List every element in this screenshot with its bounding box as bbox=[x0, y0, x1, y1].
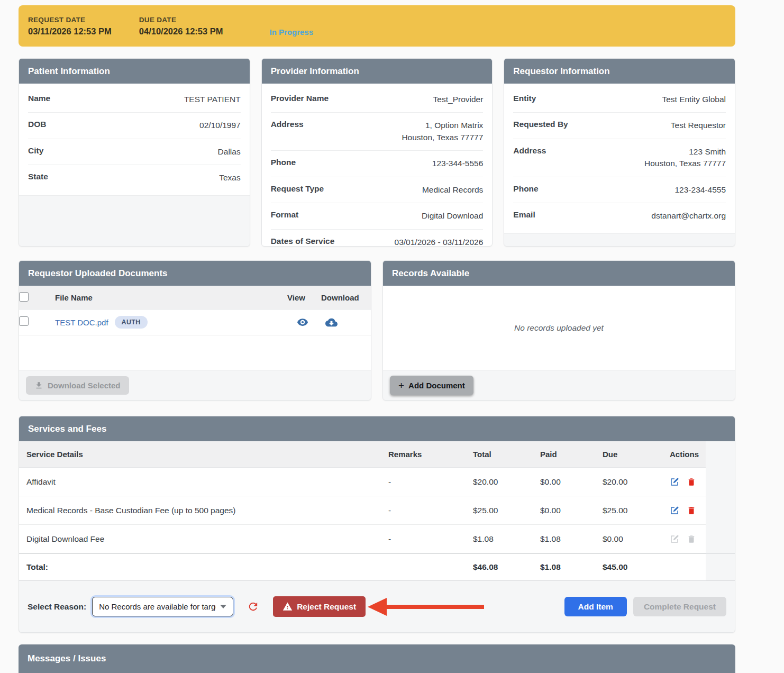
col-download: Download bbox=[318, 293, 371, 302]
field-label: Name bbox=[28, 94, 50, 103]
services-and-fees-title: Services and Fees bbox=[19, 416, 735, 441]
service-paid: $0.00 bbox=[531, 506, 593, 515]
selected-reason-text: No Records are available for target ... bbox=[99, 602, 216, 611]
info-row: Address 123 Smith Houston, Texas 77777 bbox=[513, 139, 726, 177]
warning-icon bbox=[282, 602, 293, 612]
delete-service-button[interactable] bbox=[687, 477, 696, 487]
info-row: Provider Name Test_Provider bbox=[271, 87, 484, 113]
provider-information-title: Provider Information bbox=[262, 59, 493, 84]
complete-request-button[interactable]: Complete Request bbox=[633, 597, 726, 616]
service-total: $25.00 bbox=[463, 506, 531, 515]
trash-icon bbox=[687, 477, 696, 487]
messages-issues-header: Messages / Issues bbox=[19, 644, 735, 673]
field-value: 03/01/2026 - 03/11/2026 bbox=[395, 237, 484, 247]
field-value: dstanart@chartx.org bbox=[651, 210, 726, 222]
service-row: Affidavit - $20.00 $0.00 $20.00 bbox=[19, 468, 706, 496]
info-row: Name TEST PATIENT bbox=[28, 87, 241, 113]
field-value: 123-234-4555 bbox=[674, 184, 726, 196]
add-document-button[interactable]: + Add Document bbox=[390, 376, 473, 395]
field-label: Request Type bbox=[271, 184, 324, 194]
download-icon bbox=[34, 381, 43, 390]
records-available-title: Records Available bbox=[383, 261, 735, 286]
field-label: Dates of Service bbox=[271, 237, 335, 246]
edit-service-button[interactable] bbox=[670, 477, 679, 487]
info-row: Requested By Test Requestor bbox=[513, 113, 726, 139]
info-row: City Dallas bbox=[28, 139, 241, 165]
requestor-information-card: Requestor Information Entity Test Entity… bbox=[504, 58, 735, 247]
field-value: 123-344-5556 bbox=[432, 158, 484, 169]
eye-icon bbox=[297, 316, 308, 328]
field-value: Digital Download bbox=[422, 210, 483, 222]
due-amount: $45.00 bbox=[593, 562, 660, 572]
info-row: Email dstanart@chartx.org bbox=[513, 203, 726, 229]
delete-service-button[interactable] bbox=[687, 506, 696, 515]
info-row: Phone 123-344-5556 bbox=[271, 151, 484, 177]
provider-information-card: Provider Information Provider Name Test_… bbox=[261, 58, 493, 247]
requestor-information-title: Requestor Information bbox=[504, 59, 735, 84]
file-checkbox[interactable] bbox=[19, 316, 29, 326]
field-value: Test Requestor bbox=[671, 120, 726, 131]
services-total-row: Total: $46.08 $1.08 $45.00 bbox=[19, 554, 706, 580]
info-row: Format Digital Download bbox=[271, 203, 484, 229]
services-header-row: Service Details Remarks Total Paid Due A… bbox=[19, 441, 706, 468]
field-label: City bbox=[28, 146, 43, 156]
chevron-down-icon bbox=[220, 605, 226, 608]
select-all-checkbox[interactable] bbox=[19, 292, 29, 302]
field-label: Phone bbox=[271, 158, 296, 167]
patient-information-rows: Name TEST PATIENT DOB 02/10/1997 City Da… bbox=[19, 84, 250, 195]
edit-icon bbox=[670, 534, 679, 544]
requestor-information-rows: Entity Test Entity Global Requested By T… bbox=[504, 84, 735, 233]
info-row: DOB 02/10/1997 bbox=[28, 113, 241, 139]
download-document-button[interactable] bbox=[325, 316, 338, 329]
add-item-button[interactable]: Add Item bbox=[564, 597, 627, 616]
annotation-arrow-icon bbox=[367, 597, 484, 617]
total-label: Total: bbox=[19, 562, 379, 572]
edit-service-button-disabled bbox=[670, 534, 679, 544]
edit-icon bbox=[670, 506, 679, 515]
request-dates-banner: REQUEST DATE 03/11/2026 12:53 PM DUE DAT… bbox=[19, 5, 735, 47]
view-document-button[interactable] bbox=[297, 316, 308, 328]
service-due: $0.00 bbox=[593, 534, 660, 544]
card-filler bbox=[19, 195, 250, 246]
service-paid: $0.00 bbox=[531, 477, 593, 487]
service-total: $1.08 bbox=[463, 534, 531, 544]
info-row: Phone 123-234-4555 bbox=[513, 177, 726, 203]
service-due: $25.00 bbox=[593, 506, 660, 515]
col-paid: Paid bbox=[531, 450, 593, 459]
field-label: Format bbox=[271, 210, 299, 220]
edit-service-button[interactable] bbox=[670, 506, 679, 515]
download-selected-button[interactable]: Download Selected bbox=[26, 376, 129, 395]
field-value: Texas bbox=[219, 172, 241, 184]
status-badge: In Progress bbox=[270, 28, 314, 37]
paid-amount: $1.08 bbox=[531, 562, 593, 572]
file-name-link[interactable]: TEST DOC.pdf bbox=[55, 318, 108, 327]
field-value: Test Entity Global bbox=[662, 94, 726, 105]
col-view: View bbox=[287, 293, 318, 302]
col-actions: Actions bbox=[660, 450, 706, 459]
field-label: State bbox=[28, 172, 48, 181]
due-date-value: 04/10/2026 12:53 PM bbox=[139, 26, 223, 37]
plus-icon: + bbox=[398, 380, 404, 390]
trash-icon bbox=[687, 506, 696, 515]
request-date-value: 03/11/2026 12:53 PM bbox=[28, 26, 112, 37]
service-name: Medical Records - Base Custodian Fee (up… bbox=[19, 506, 379, 515]
records-available-card: Records Available No records uploaded ye… bbox=[382, 260, 735, 401]
info-row: State Texas bbox=[28, 165, 241, 190]
edit-icon bbox=[670, 477, 679, 487]
services-footer: Select Reason: No Records are available … bbox=[19, 581, 735, 632]
service-row: Digital Download Fee - $1.08 $1.08 $0.00 bbox=[19, 525, 706, 553]
reject-request-button[interactable]: Reject Request bbox=[273, 596, 366, 617]
services-and-fees-card: Services and Fees Service Details Remark… bbox=[19, 416, 735, 633]
col-service-details: Service Details bbox=[19, 450, 379, 459]
service-name: Affidavit bbox=[19, 477, 379, 487]
info-row: Dates of Service 03/01/2026 - 03/11/2026 bbox=[271, 230, 484, 247]
field-label: Requested By bbox=[513, 120, 568, 129]
refresh-icon bbox=[247, 601, 259, 613]
add-item-label: Add Item bbox=[578, 602, 613, 612]
col-total: Total bbox=[463, 450, 531, 459]
info-row: Request Type Medical Records bbox=[271, 177, 484, 203]
refresh-reasons-button[interactable] bbox=[247, 601, 259, 613]
service-total: $20.00 bbox=[463, 477, 531, 487]
request-date-group: REQUEST DATE 03/11/2026 12:53 PM bbox=[28, 16, 112, 37]
reject-reason-select[interactable]: No Records are available for target ... bbox=[92, 597, 233, 616]
